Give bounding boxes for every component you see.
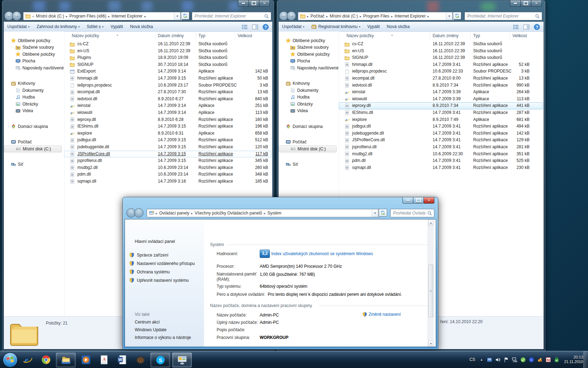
preview-pane-button[interactable] bbox=[251, 23, 259, 31]
skype-status-icon[interactable] bbox=[520, 357, 526, 363]
sidebar-item-knihovny[interactable]: Knihovny bbox=[279, 80, 339, 87]
breadcrumb[interactable]: ▸Počítač▸Místní disk (C:)▸Program Files▸… bbox=[298, 12, 454, 20]
language-indicator[interactable]: CS bbox=[468, 357, 477, 362]
minimize-button[interactable] bbox=[238, 0, 249, 7]
breadcrumb[interactable]: ▸Ovládací panely▸Všechny položky Ovládac… bbox=[147, 209, 380, 217]
file-row[interactable]: IEShims.dll14.7.2009 3:41Rozšíření aplik… bbox=[339, 109, 543, 116]
file-row[interactable]: pdm.dll14.7.2009 3:41Rozšíření aplikace5… bbox=[339, 157, 543, 164]
file-row[interactable]: eielowutil14.7.2009 3:39Aplikace113 kB bbox=[339, 96, 543, 103]
file-row[interactable]: cs-CZ16.11.2010 22:39Složka souborů bbox=[64, 41, 272, 48]
refresh-button[interactable] bbox=[453, 12, 461, 20]
taskbar-button-explorer[interactable] bbox=[56, 353, 76, 367]
sidebar-item-s-[interactable]: Síť bbox=[4, 161, 64, 168]
scroll-up-icon[interactable]: ▲ bbox=[428, 220, 434, 225]
sidebar-item-plocha[interactable]: Plocha bbox=[279, 58, 339, 65]
taskbar-button-chrome[interactable] bbox=[38, 353, 54, 367]
file-row[interactable]: jsdebuggeride.dll14.7.2009 3:15Rozšíření… bbox=[64, 144, 272, 151]
column-header-size[interactable]: Velikost bbox=[238, 33, 252, 38]
file-row[interactable]: en-US16.11.2010 22:39Složka souborů bbox=[64, 48, 272, 55]
help-button[interactable]: ? bbox=[262, 23, 270, 31]
sidebar-item-videa[interactable]: Videa bbox=[279, 108, 339, 115]
file-row[interactable]: ie8props.propdesc10.6.2009 22:33Soubor P… bbox=[339, 68, 543, 75]
sidebar-item-po-ta-[interactable]: Počítač bbox=[4, 139, 64, 146]
search-input[interactable]: Prohledat: Internet Explorer bbox=[192, 12, 271, 20]
change-view-button[interactable] bbox=[512, 23, 520, 31]
taskbar-button-snail[interactable] bbox=[132, 353, 148, 367]
file-row[interactable]: iecompat.dll27.8.2010 7:30Rozšíření apli… bbox=[64, 89, 272, 96]
file-row[interactable]: jsprofilerui.dll14.7.2009 3:41Rozšíření … bbox=[339, 144, 543, 151]
scrollbar[interactable]: ▲ ▼ bbox=[428, 220, 434, 346]
close-button[interactable]: ✕ bbox=[424, 197, 434, 204]
breadcrumb-dropdown-icon[interactable]: ▾ bbox=[446, 12, 453, 20]
show-desktop-button[interactable] bbox=[583, 351, 588, 368]
breadcrumb[interactable]: «Místní disk (C:)▸Program Files (x86)▸In… bbox=[23, 12, 182, 20]
toolbar-button[interactable]: Zahrnout do knihovny▾ bbox=[33, 24, 83, 29]
breadcrumb-segment[interactable]: Program Files (x86) bbox=[68, 14, 107, 19]
taskbar-button-wmp[interactable] bbox=[78, 353, 94, 367]
minimize-button[interactable] bbox=[402, 197, 413, 204]
file-row[interactable]: eiexplore8.9.2010 7:49Aplikace681 kB bbox=[339, 116, 543, 123]
sidebar-item-po-ta-[interactable]: Počítač bbox=[279, 139, 339, 146]
file-row[interactable]: pdm.dll10.6.2009 23:14Rozšíření aplikace… bbox=[64, 171, 272, 178]
green-lock-icon[interactable] bbox=[554, 357, 560, 363]
sidebar-item-obr-zky[interactable]: Obrázky bbox=[4, 101, 64, 108]
file-row[interactable]: ieproxy.dll8.9.2010 6:28Rozšíření aplika… bbox=[64, 116, 272, 123]
file-row[interactable]: jsdbgui.dll14.7.2009 3:15Rozšíření aplik… bbox=[64, 137, 272, 144]
file-row[interactable]: JSProfilerCore.dll14.7.2009 3:15Rozšířen… bbox=[64, 151, 272, 158]
toolbar-button[interactable]: Nová složka bbox=[126, 24, 156, 29]
breadcrumb-segment[interactable]: Počítač bbox=[309, 14, 326, 19]
sidebar-item-obl-ben-polo-ky[interactable]: Oblíbené položky bbox=[279, 51, 339, 58]
preview-pane-button[interactable] bbox=[523, 23, 530, 31]
sidebar-item-s-[interactable]: Síť bbox=[279, 161, 339, 168]
sidebar-item-m-stn-disk-c-[interactable]: Místní disk (C:) bbox=[279, 145, 337, 152]
breadcrumb-dropdown-icon[interactable]: ▾ bbox=[372, 209, 378, 217]
file-row[interactable]: hmmapi.dll14.7.2009 3:15Rozšíření aplika… bbox=[64, 75, 272, 82]
sidebar-item-m-stn-disk-c-[interactable]: Místní disk (C:) bbox=[4, 145, 62, 152]
file-row[interactable]: jsprofilerui.dll14.7.2009 3:15Rozšíření … bbox=[64, 157, 272, 164]
file-row[interactable]: Plugins18.9.2010 19:09Složka souborů bbox=[64, 54, 272, 61]
sidebar-item-naposledy-nav-t-ven-[interactable]: Naposledy navštívené bbox=[279, 64, 339, 71]
file-row[interactable]: jsdebuggeride.dll14.7.2009 3:41Rozšíření… bbox=[339, 130, 543, 137]
file-row[interactable]: jsdbgui.dll14.7.2009 3:41Rozšíření aplik… bbox=[339, 123, 543, 130]
maximize-button[interactable] bbox=[520, 0, 531, 7]
column-header-type[interactable]: Typ bbox=[198, 33, 205, 38]
sidebar-item-dom-c-skupina[interactable]: Domácí skupina bbox=[4, 123, 64, 130]
column-header-name[interactable]: Název položky bbox=[346, 33, 374, 38]
file-row[interactable]: JSProfilerCore.dll14.7.2009 3:41Rozšířen… bbox=[339, 137, 543, 144]
tray-app-icon[interactable] bbox=[486, 357, 492, 363]
sidebar-item-hudba[interactable]: Hudba bbox=[279, 94, 339, 101]
forward-button[interactable]: → bbox=[12, 11, 21, 21]
action-center-icon[interactable] bbox=[503, 357, 509, 363]
column-header-type[interactable]: Typ bbox=[473, 33, 480, 38]
refresh-button[interactable] bbox=[181, 12, 189, 20]
file-row[interactable]: sqmapi.dll14.7.2009 3:16Rozšíření aplika… bbox=[64, 178, 272, 185]
taskbar-button-wordpad[interactable]: A bbox=[96, 353, 112, 367]
rating-link[interactable]: Index uživatelských zkušeností se systém… bbox=[271, 251, 373, 256]
breadcrumb-segment[interactable]: Místní disk (C:) bbox=[329, 14, 359, 19]
file-row[interactable]: eieinstal14.7.2009 3:14Aplikace251 kB bbox=[64, 102, 272, 109]
orange-app-icon[interactable] bbox=[537, 357, 543, 363]
start-button[interactable] bbox=[3, 353, 18, 367]
breadcrumb-segment[interactable]: Program Files bbox=[362, 14, 391, 19]
sidebar-item-videa[interactable]: Videa bbox=[4, 108, 64, 115]
volume-icon[interactable] bbox=[495, 357, 501, 363]
sidebar-item-dokumenty[interactable]: Dokumenty bbox=[4, 87, 64, 94]
breadcrumb-segment[interactable]: Všechny položky Ovládacích panelů bbox=[194, 211, 263, 216]
file-row[interactable]: ieproxy.dll8.9.2010 7:34Rozšíření aplika… bbox=[339, 102, 543, 109]
toolbar-button[interactable]: Sdílet s▾ bbox=[83, 24, 107, 29]
refresh-button[interactable] bbox=[379, 209, 387, 217]
sidebar-item-sta-en-soubory[interactable]: Stažené soubory bbox=[4, 44, 64, 51]
forward-button[interactable]: → bbox=[134, 208, 144, 218]
column-header-date[interactable]: Datum změny bbox=[433, 33, 458, 38]
search-input[interactable]: Prohledat Ovládací panely bbox=[390, 209, 434, 217]
show-hidden-icons-icon[interactable]: ▲ bbox=[479, 358, 484, 361]
maximize-button[interactable] bbox=[248, 0, 259, 7]
see-also-link-2[interactable]: Informace o výkonu a nástroje bbox=[135, 335, 191, 340]
breadcrumb-segment[interactable]: Internet Explorer bbox=[394, 14, 427, 19]
toolbar-button[interactable]: Vypálit bbox=[364, 24, 383, 29]
file-row[interactable]: iedvtool.dll8.9.2010 6:27Rozšíření aplik… bbox=[64, 96, 272, 103]
m-app-icon[interactable]: M bbox=[545, 357, 551, 363]
see-also-link-1[interactable]: Windows Update bbox=[135, 327, 167, 332]
help-button[interactable]: ? bbox=[533, 23, 541, 31]
sidebar-link-main-control-panel[interactable]: Hlavní ovládací panel bbox=[135, 239, 175, 244]
